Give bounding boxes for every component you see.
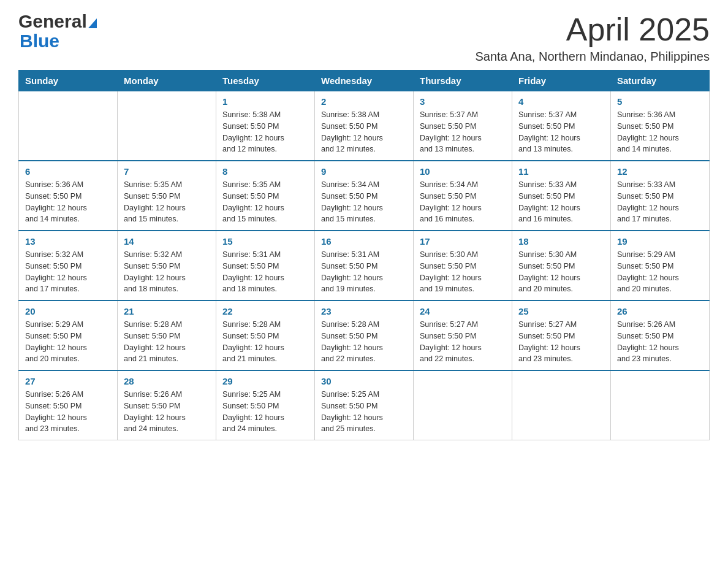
day-info: Sunrise: 5:26 AM Sunset: 5:50 PM Dayligh… <box>25 389 111 435</box>
page-subtitle: Santa Ana, Northern Mindanao, Philippine… <box>476 50 710 64</box>
day-number: 29 <box>222 376 308 386</box>
calendar-header: SundayMondayTuesdayWednesdayThursdayFrid… <box>19 71 710 91</box>
calendar-week-row: 20Sunrise: 5:29 AM Sunset: 5:50 PM Dayli… <box>19 301 710 370</box>
day-number: 13 <box>25 236 111 247</box>
day-number: 7 <box>124 166 210 177</box>
calendar-cell: 24Sunrise: 5:27 AM Sunset: 5:50 PM Dayli… <box>414 301 512 370</box>
day-info: Sunrise: 5:35 AM Sunset: 5:50 PM Dayligh… <box>222 179 308 225</box>
column-header-monday: Monday <box>118 71 216 91</box>
calendar-cell: 8Sunrise: 5:35 AM Sunset: 5:50 PM Daylig… <box>216 161 315 231</box>
calendar-cell: 9Sunrise: 5:34 AM Sunset: 5:50 PM Daylig… <box>315 161 414 231</box>
day-info: Sunrise: 5:38 AM Sunset: 5:50 PM Dayligh… <box>222 109 308 155</box>
calendar-week-row: 1Sunrise: 5:38 AM Sunset: 5:50 PM Daylig… <box>19 91 710 161</box>
day-info: Sunrise: 5:38 AM Sunset: 5:50 PM Dayligh… <box>321 109 407 155</box>
column-header-wednesday: Wednesday <box>315 71 414 91</box>
calendar-cell: 26Sunrise: 5:26 AM Sunset: 5:50 PM Dayli… <box>611 301 710 370</box>
day-number: 11 <box>518 166 604 177</box>
day-info: Sunrise: 5:35 AM Sunset: 5:50 PM Dayligh… <box>124 179 210 225</box>
day-number: 18 <box>518 236 604 247</box>
calendar-cell: 19Sunrise: 5:29 AM Sunset: 5:50 PM Dayli… <box>611 231 710 301</box>
calendar-cell: 20Sunrise: 5:29 AM Sunset: 5:50 PM Dayli… <box>19 301 118 370</box>
day-info: Sunrise: 5:33 AM Sunset: 5:50 PM Dayligh… <box>518 179 604 225</box>
title-block: April 2025 Santa Ana, Northern Mindanao,… <box>476 12 710 64</box>
calendar-cell: 11Sunrise: 5:33 AM Sunset: 5:50 PM Dayli… <box>512 161 611 231</box>
calendar-cell <box>512 370 611 440</box>
calendar-cell: 6Sunrise: 5:36 AM Sunset: 5:50 PM Daylig… <box>19 161 118 231</box>
calendar-cell: 1Sunrise: 5:38 AM Sunset: 5:50 PM Daylig… <box>216 91 315 161</box>
day-info: Sunrise: 5:30 AM Sunset: 5:50 PM Dayligh… <box>518 249 604 295</box>
calendar-cell: 29Sunrise: 5:25 AM Sunset: 5:50 PM Dayli… <box>216 370 315 440</box>
day-number: 23 <box>321 306 407 316</box>
day-info: Sunrise: 5:37 AM Sunset: 5:50 PM Dayligh… <box>420 109 506 155</box>
day-info: Sunrise: 5:31 AM Sunset: 5:50 PM Dayligh… <box>321 249 407 295</box>
day-info: Sunrise: 5:25 AM Sunset: 5:50 PM Dayligh… <box>222 389 308 435</box>
day-number: 6 <box>25 166 111 177</box>
day-number: 27 <box>25 376 111 386</box>
day-info: Sunrise: 5:31 AM Sunset: 5:50 PM Dayligh… <box>222 249 308 295</box>
calendar-cell: 4Sunrise: 5:37 AM Sunset: 5:50 PM Daylig… <box>512 91 611 161</box>
day-number: 24 <box>420 306 506 316</box>
calendar-cell: 21Sunrise: 5:28 AM Sunset: 5:50 PM Dayli… <box>118 301 216 370</box>
day-number: 20 <box>25 306 111 316</box>
calendar-cell: 22Sunrise: 5:28 AM Sunset: 5:50 PM Dayli… <box>216 301 315 370</box>
calendar-cell: 10Sunrise: 5:34 AM Sunset: 5:50 PM Dayli… <box>414 161 512 231</box>
day-info: Sunrise: 5:36 AM Sunset: 5:50 PM Dayligh… <box>617 109 703 155</box>
calendar-cell: 30Sunrise: 5:25 AM Sunset: 5:50 PM Dayli… <box>315 370 414 440</box>
page-title: April 2025 <box>476 12 710 47</box>
day-number: 25 <box>518 306 604 316</box>
logo-triangle-icon <box>88 18 97 28</box>
calendar-cell: 3Sunrise: 5:37 AM Sunset: 5:50 PM Daylig… <box>414 91 512 161</box>
day-info: Sunrise: 5:28 AM Sunset: 5:50 PM Dayligh… <box>321 319 407 365</box>
day-info: Sunrise: 5:29 AM Sunset: 5:50 PM Dayligh… <box>25 319 111 365</box>
calendar-cell: 15Sunrise: 5:31 AM Sunset: 5:50 PM Dayli… <box>216 231 315 301</box>
day-number: 14 <box>124 236 210 247</box>
day-info: Sunrise: 5:29 AM Sunset: 5:50 PM Dayligh… <box>617 249 703 295</box>
day-info: Sunrise: 5:30 AM Sunset: 5:50 PM Dayligh… <box>420 249 506 295</box>
calendar-cell: 13Sunrise: 5:32 AM Sunset: 5:50 PM Dayli… <box>19 231 118 301</box>
day-number: 9 <box>321 166 407 177</box>
calendar-week-row: 27Sunrise: 5:26 AM Sunset: 5:50 PM Dayli… <box>19 370 710 440</box>
day-number: 4 <box>518 96 604 107</box>
day-info: Sunrise: 5:26 AM Sunset: 5:50 PM Dayligh… <box>124 389 210 435</box>
column-header-sunday: Sunday <box>19 71 118 91</box>
day-number: 21 <box>124 306 210 316</box>
calendar-cell: 2Sunrise: 5:38 AM Sunset: 5:50 PM Daylig… <box>315 91 414 161</box>
calendar-cell: 27Sunrise: 5:26 AM Sunset: 5:50 PM Dayli… <box>19 370 118 440</box>
day-number: 5 <box>617 96 703 107</box>
calendar-week-row: 13Sunrise: 5:32 AM Sunset: 5:50 PM Dayli… <box>19 231 710 301</box>
day-number: 15 <box>222 236 308 247</box>
day-number: 30 <box>321 376 407 386</box>
day-number: 3 <box>420 96 506 107</box>
day-number: 12 <box>617 166 703 177</box>
logo: General Blue <box>18 12 97 52</box>
day-info: Sunrise: 5:26 AM Sunset: 5:50 PM Dayligh… <box>617 319 703 365</box>
day-info: Sunrise: 5:33 AM Sunset: 5:50 PM Dayligh… <box>617 179 703 225</box>
day-number: 17 <box>420 236 506 247</box>
calendar-body: 1Sunrise: 5:38 AM Sunset: 5:50 PM Daylig… <box>19 91 710 440</box>
day-number: 19 <box>617 236 703 247</box>
day-number: 16 <box>321 236 407 247</box>
calendar-cell: 17Sunrise: 5:30 AM Sunset: 5:50 PM Dayli… <box>414 231 512 301</box>
calendar-week-row: 6Sunrise: 5:36 AM Sunset: 5:50 PM Daylig… <box>19 161 710 231</box>
calendar-cell: 7Sunrise: 5:35 AM Sunset: 5:50 PM Daylig… <box>118 161 216 231</box>
calendar-cell <box>414 370 512 440</box>
day-info: Sunrise: 5:28 AM Sunset: 5:50 PM Dayligh… <box>124 319 210 365</box>
column-header-saturday: Saturday <box>611 71 710 91</box>
column-header-friday: Friday <box>512 71 611 91</box>
day-info: Sunrise: 5:34 AM Sunset: 5:50 PM Dayligh… <box>321 179 407 225</box>
day-info: Sunrise: 5:27 AM Sunset: 5:50 PM Dayligh… <box>420 319 506 365</box>
day-info: Sunrise: 5:32 AM Sunset: 5:50 PM Dayligh… <box>124 249 210 295</box>
calendar-cell: 12Sunrise: 5:33 AM Sunset: 5:50 PM Dayli… <box>611 161 710 231</box>
calendar-cell: 16Sunrise: 5:31 AM Sunset: 5:50 PM Dayli… <box>315 231 414 301</box>
day-number: 2 <box>321 96 407 107</box>
day-info: Sunrise: 5:36 AM Sunset: 5:50 PM Dayligh… <box>25 179 111 225</box>
day-number: 22 <box>222 306 308 316</box>
calendar-cell: 25Sunrise: 5:27 AM Sunset: 5:50 PM Dayli… <box>512 301 611 370</box>
calendar-cell: 14Sunrise: 5:32 AM Sunset: 5:50 PM Dayli… <box>118 231 216 301</box>
day-number: 1 <box>222 96 308 107</box>
day-info: Sunrise: 5:32 AM Sunset: 5:50 PM Dayligh… <box>25 249 111 295</box>
column-header-tuesday: Tuesday <box>216 71 315 91</box>
logo-general: General <box>18 12 87 31</box>
calendar-cell: 18Sunrise: 5:30 AM Sunset: 5:50 PM Dayli… <box>512 231 611 301</box>
day-number: 26 <box>617 306 703 316</box>
